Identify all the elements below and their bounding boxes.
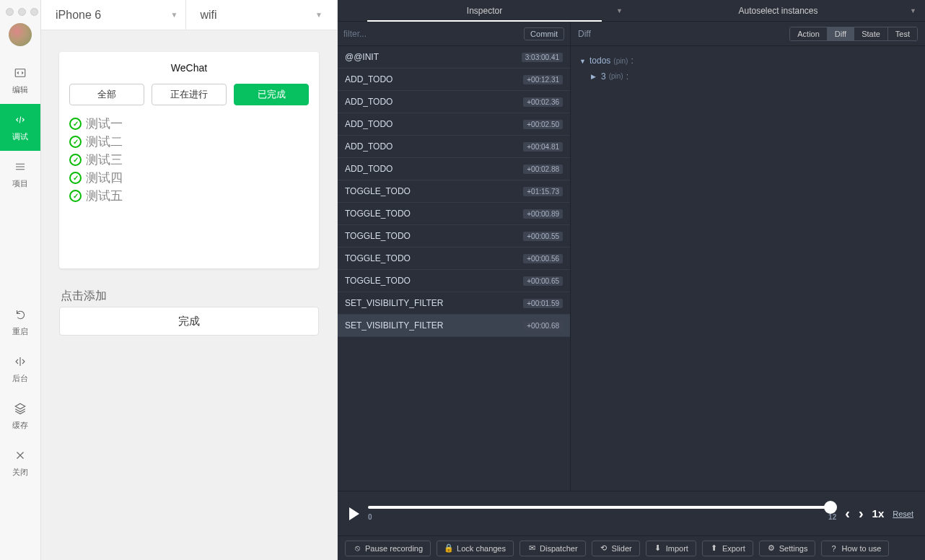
todo-item[interactable]: ✓测试二: [69, 134, 309, 150]
tree-row[interactable]: ▼ todos (pin):: [579, 53, 916, 69]
device-selector[interactable]: iPhone 6 ▼: [48, 0, 186, 30]
done-button[interactable]: 完成: [59, 307, 319, 336]
sidebar-item-label: 缓存: [12, 420, 28, 431]
action-row[interactable]: @@INIT3:03:00.41: [338, 46, 570, 69]
todo-item[interactable]: ✓测试四: [69, 170, 309, 186]
toolbar-export[interactable]: ⬆Export: [702, 541, 753, 556]
reset-button[interactable]: Reset: [893, 509, 913, 518]
filter-button[interactable]: 正在进行: [152, 84, 227, 105]
todo-item[interactable]: ✓测试一: [69, 115, 309, 132]
timeline-nav: ‹ › 1x Reset: [845, 505, 913, 522]
tab-inspector[interactable]: Inspector ▼: [338, 0, 631, 21]
action-name: TOGGLE_TODO: [345, 231, 411, 241]
chevron-down-icon: ▼: [315, 11, 323, 19]
action-row[interactable]: SET_VISIBILITY_FILTER+00:00.68: [338, 315, 570, 337]
check-icon: ✓: [69, 172, 82, 184]
action-row[interactable]: TOGGLE_TODO+00:00.65: [338, 270, 570, 292]
action-row[interactable]: ADD_TODO+00:02.36: [338, 91, 570, 113]
toolbar-import[interactable]: ⬇Import: [646, 541, 696, 556]
next-button[interactable]: ›: [859, 505, 864, 522]
action-name: SET_VISIBILITY_FILTER: [345, 298, 444, 308]
action-time: +01:15.73: [523, 187, 563, 196]
close-window-icon[interactable]: [6, 8, 14, 16]
network-selector[interactable]: wifi ▼: [193, 0, 330, 30]
action-row[interactable]: SET_VISIBILITY_FILTER+00:01.59: [338, 292, 570, 315]
action-row[interactable]: TOGGLE_TODO+00:00.55: [338, 225, 570, 248]
network-label: wifi: [201, 9, 217, 22]
window-controls[interactable]: [6, 4, 38, 23]
filter-button[interactable]: 已完成: [234, 84, 309, 105]
action-row[interactable]: ADD_TODO+00:02.88: [338, 158, 570, 180]
toolbar-dispatcher[interactable]: ✉Dispatcher: [520, 541, 586, 556]
chevron-down-icon: ▼: [616, 7, 623, 14]
sidebar-item-restart[interactable]: 重启: [0, 299, 40, 346]
view-tabs: ActionDiffStateTest: [789, 27, 918, 41]
action-time: +00:00.56: [523, 254, 563, 263]
action-row[interactable]: ADD_TODO+00:02.50: [338, 113, 570, 136]
sidebar-item-label: 重启: [12, 326, 28, 337]
action-row[interactable]: TOGGLE_TODO+00:00.89: [338, 203, 570, 225]
toolbar-label: Import: [666, 544, 688, 553]
toolbar-settings[interactable]: ⚙Settings: [759, 541, 816, 556]
action-time: 3:03:00.41: [522, 53, 563, 62]
action-name: ADD_TODO: [345, 74, 393, 84]
view-tab-test[interactable]: Test: [888, 27, 917, 40]
action-row[interactable]: TOGGLE_TODO+01:15.73: [338, 180, 570, 203]
sidebar-item-background[interactable]: 后台: [0, 346, 40, 393]
action-name: TOGGLE_TODO: [345, 253, 411, 263]
action-list[interactable]: @@INIT3:03:00.41ADD_TODO+00:12.31ADD_TOD…: [338, 46, 570, 491]
chevron-down-icon: ▼: [171, 11, 178, 19]
check-icon: ✓: [69, 118, 82, 130]
prev-button[interactable]: ‹: [845, 505, 850, 522]
sidebar-item-close[interactable]: 关闭: [0, 439, 40, 486]
filter-input[interactable]: [343, 29, 518, 39]
sidebar-item-edit[interactable]: 编辑: [0, 57, 40, 104]
sidebar-item-cache[interactable]: 缓存: [0, 393, 40, 439]
add-placeholder[interactable]: 点击添加: [59, 289, 319, 304]
action-time: +00:12.31: [523, 75, 563, 84]
tree-expand-icon[interactable]: ▶: [591, 71, 598, 82]
commit-button[interactable]: Commit: [524, 27, 564, 40]
tree-collapse-icon[interactable]: ▼: [579, 56, 587, 67]
minimize-window-icon[interactable]: [18, 8, 26, 16]
avatar[interactable]: [9, 23, 32, 46]
tab-instances[interactable]: Autoselect instances ▼: [631, 0, 925, 21]
todo-item[interactable]: ✓测试五: [69, 188, 309, 204]
toolbar-how-to-use[interactable]: ?How to use: [821, 541, 889, 556]
play-button[interactable]: [349, 507, 359, 520]
toolbar-pause-recording[interactable]: ⦸Pause recording: [345, 541, 431, 556]
sidebar-item-debug[interactable]: 调试: [0, 104, 40, 151]
simulator-toolbar: iPhone 6 ▼ wifi ▼: [41, 0, 337, 30]
toolbar-icon: 🔒: [444, 544, 453, 553]
state-column: Diff ActionDiffStateTest ▼ todos (pin): …: [571, 22, 925, 491]
action-time: +00:00.55: [523, 232, 563, 241]
toolbar-icon: ⦸: [353, 544, 361, 553]
timeline-track[interactable]: 0 12: [368, 503, 836, 525]
action-row[interactable]: ADD_TODO+00:12.31: [338, 69, 570, 91]
devtools-tabs: Inspector ▼ Autoselect instances ▼: [338, 0, 925, 22]
todo-item[interactable]: ✓测试三: [69, 152, 309, 168]
redux-devtools: Inspector ▼ Autoselect instances ▼ Commi…: [338, 0, 925, 560]
toolbar-icon: ⚙: [767, 544, 776, 553]
sidebar-item-project[interactable]: 项目: [0, 151, 40, 198]
action-time: +00:02.36: [523, 97, 563, 107]
sidebar-item-label: 关闭: [12, 467, 28, 478]
layers-icon: [13, 401, 27, 416]
tree-row[interactable]: ▶ 3 (pin):: [579, 69, 916, 85]
toolbar-icon: ⬇: [654, 544, 662, 553]
action-name: ADD_TODO: [345, 164, 393, 174]
toolbar-label: Lock changes: [457, 544, 506, 553]
toolbar-slider[interactable]: ⟲Slider: [592, 541, 640, 556]
action-row[interactable]: ADD_TODO+00:04.81: [338, 136, 570, 158]
action-row[interactable]: TOGGLE_TODO+00:00.56: [338, 248, 570, 270]
action-time: +00:02.88: [523, 165, 563, 174]
toolbar-lock-changes[interactable]: 🔒Lock changes: [437, 541, 514, 556]
filter-button[interactable]: 全部: [69, 84, 144, 105]
timeline-thumb[interactable]: [824, 501, 837, 514]
speed-label[interactable]: 1x: [872, 507, 885, 520]
app-screen: WeChat 全部正在进行已完成 ✓测试一✓测试二✓测试三✓测试四✓测试五: [59, 52, 319, 268]
view-tab-diff[interactable]: Diff: [828, 27, 854, 40]
maximize-window-icon[interactable]: [30, 8, 38, 16]
view-tab-state[interactable]: State: [854, 27, 888, 40]
view-tab-action[interactable]: Action: [790, 27, 828, 40]
